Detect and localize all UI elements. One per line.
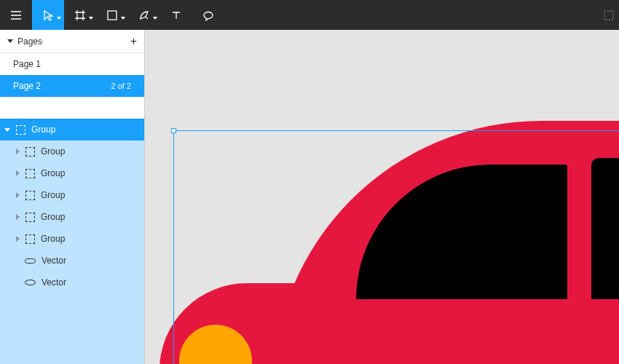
layer-row[interactable]: Group xyxy=(0,141,144,162)
layer-name: Group xyxy=(41,234,65,244)
layers-panel: Group Group Group Group xyxy=(0,119,144,364)
layer-row[interactable]: Group xyxy=(0,206,144,228)
top-toolbar xyxy=(0,0,619,30)
layer-name: Group xyxy=(41,146,65,157)
page-row-selected[interactable]: Page 2 2 of 2 xyxy=(0,75,144,97)
triangle-right-icon xyxy=(16,149,20,154)
frame-icon xyxy=(25,147,35,157)
layer-row[interactable]: Vector xyxy=(0,272,144,293)
toolbar-spacer xyxy=(224,0,599,30)
pages-header[interactable]: Pages + xyxy=(0,30,144,53)
add-page-button[interactable]: + xyxy=(130,36,137,47)
cursor-icon xyxy=(42,9,55,22)
pen-tool-button[interactable] xyxy=(128,0,160,30)
frame-icon xyxy=(74,9,87,22)
layer-name: Group xyxy=(41,168,65,178)
page-name: Page 2 xyxy=(13,81,111,91)
layer-name: Group xyxy=(41,212,65,222)
text-tool-button[interactable] xyxy=(160,0,192,30)
layer-row-selected[interactable]: Group xyxy=(0,119,144,141)
layer-name: Group xyxy=(41,190,65,200)
page-count: 2 of 2 xyxy=(111,82,131,90)
shape-tool-button[interactable] xyxy=(96,0,128,30)
frame-icon xyxy=(16,125,25,135)
rounded-rect-icon xyxy=(25,258,36,264)
chevron-down-icon xyxy=(89,17,93,20)
layer-row[interactable]: Group xyxy=(0,162,144,184)
layer-name: Vector xyxy=(42,256,66,266)
layer-row[interactable]: Group xyxy=(0,228,144,250)
triangle-right-icon xyxy=(16,170,20,176)
comment-tool-button[interactable] xyxy=(192,0,224,30)
frame-tool-button[interactable] xyxy=(64,0,96,30)
layer-row[interactable]: Vector xyxy=(0,250,144,272)
comment-icon xyxy=(202,9,215,22)
layer-row[interactable]: Group xyxy=(0,184,144,206)
page-name: Page 1 xyxy=(13,59,131,69)
chevron-down-icon xyxy=(153,17,157,20)
text-icon xyxy=(170,9,183,22)
selection-handle-top-left[interactable] xyxy=(171,128,176,133)
triangle-right-icon xyxy=(16,214,20,220)
move-tool-button[interactable] xyxy=(32,0,64,30)
frame-icon xyxy=(25,191,35,200)
layer-name: Vector xyxy=(42,277,66,288)
pages-label: Pages xyxy=(17,36,126,47)
chevron-down-icon xyxy=(57,17,61,20)
menu-button[interactable] xyxy=(0,0,32,30)
bounding-box-icon xyxy=(602,9,615,22)
triangle-right-icon xyxy=(16,236,20,242)
frame-icon xyxy=(25,213,35,222)
pen-icon xyxy=(138,9,151,22)
right-tool-button[interactable] xyxy=(599,0,619,30)
chevron-down-icon xyxy=(121,17,125,20)
hamburger-icon xyxy=(9,9,23,22)
frame-icon xyxy=(25,169,35,178)
pages-gap xyxy=(0,97,144,119)
left-sidebar: Pages + Page 1 Page 2 2 of 2 Group xyxy=(0,30,145,364)
frame-icon xyxy=(25,234,35,244)
rectangle-icon xyxy=(106,9,119,22)
svg-rect-0 xyxy=(108,11,117,20)
triangle-right-icon xyxy=(16,192,20,198)
page-row[interactable]: Page 1 xyxy=(0,53,144,75)
triangle-down-icon xyxy=(4,128,10,132)
ellipse-icon xyxy=(25,280,36,285)
svg-rect-1 xyxy=(604,11,613,20)
triangle-down-icon xyxy=(7,39,13,43)
layer-name: Group xyxy=(31,124,55,135)
selection-box[interactable] xyxy=(173,130,619,364)
canvas[interactable] xyxy=(145,30,619,364)
